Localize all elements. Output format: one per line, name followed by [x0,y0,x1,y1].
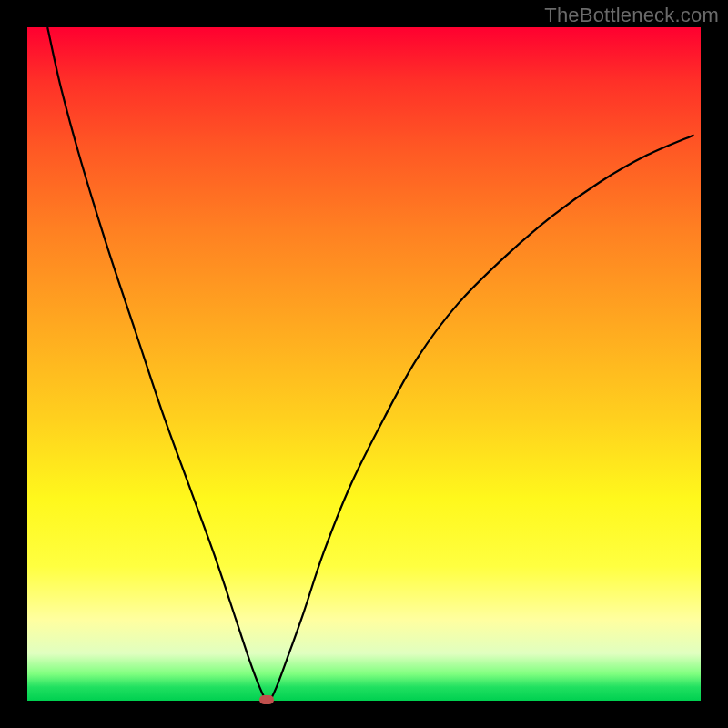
bottleneck-curve [27,27,701,701]
chart-container: TheBottleneck.com [0,0,728,728]
watermark-text: TheBottleneck.com [544,4,719,27]
plot-area [27,27,701,701]
minimum-marker [259,695,274,704]
